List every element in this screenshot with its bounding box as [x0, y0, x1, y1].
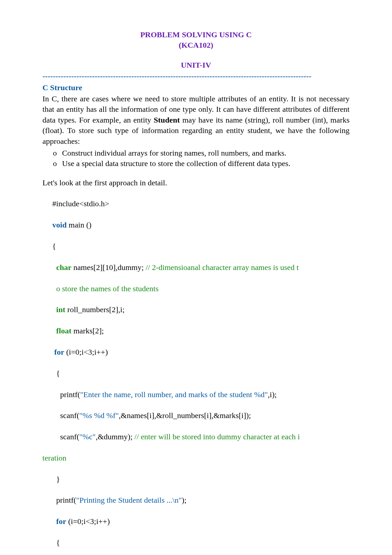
- code-line-main: void main (): [42, 220, 350, 230]
- intro-paragraph: In C, there are cases where we need to s…: [42, 93, 350, 146]
- approach-item-1: Construct individual arrays for storing …: [62, 148, 350, 158]
- code-line-include: #include<stdio.h>: [42, 198, 350, 209]
- code-scanf1-b: ,&names[i],&roll_numbers[i],&marks[i]);: [119, 411, 251, 420]
- document-page: PROBLEM SOLVING USING C (KCA102) UNIT-IV…: [0, 0, 392, 555]
- code-line-int: int roll_numbers[2],i;: [42, 304, 350, 315]
- code-cmt-2a: // enter will be stored into dummy chara…: [135, 432, 300, 441]
- code-for1-rest: (i=0;i<3;i++): [64, 348, 108, 356]
- code-printf2-b: );: [182, 496, 187, 504]
- code-cmt-1b: o store the names of the students: [42, 283, 350, 294]
- code-block: #include<stdio.h> void main () { char na…: [42, 188, 350, 555]
- code-printf1-str: "Enter the name, roll number, and marks …: [80, 390, 268, 399]
- kw-int: int: [56, 305, 65, 314]
- code-printf2-str: "Printing the Student details ...\n": [76, 496, 182, 504]
- code-line-brace-open: {: [42, 241, 350, 251]
- kw-for-2: for: [56, 517, 66, 526]
- approach-item-2: Use a special data structure to store th…: [62, 158, 350, 169]
- section-heading: C Structure: [42, 82, 350, 93]
- code-scanf1-a: scanf(: [60, 411, 79, 420]
- code-line-for2: for (i=0;i<3;i++): [42, 516, 350, 527]
- code-scanf2-str: "%c": [79, 432, 96, 441]
- kw-float: float: [56, 327, 72, 335]
- divider-line: ----------------------------------------…: [42, 71, 350, 81]
- kw-void: void: [52, 221, 67, 229]
- code-int-rest: roll_numbers[2],i;: [65, 305, 124, 314]
- code-main-rest: main (): [67, 221, 91, 229]
- code-printf1-b: ,i);: [268, 390, 277, 399]
- code-line-brace-open2: {: [42, 368, 350, 378]
- code-printf2-a: printf(: [56, 496, 76, 504]
- lead-in-text: Let's look at the first approach in deta…: [42, 177, 350, 188]
- code-line-scanf2: scanf("%c",&dummy); // enter will be sto…: [42, 431, 350, 442]
- code-char-rest: names[2][10],dummy;: [72, 263, 146, 272]
- course-code: (KCA102): [42, 40, 350, 50]
- kw-for-1: for: [54, 348, 64, 356]
- code-line-printf1: printf("Enter the name, roll number, and…: [42, 389, 350, 400]
- code-float-rest: marks[2];: [72, 327, 104, 335]
- code-line-for1: for (i=0;i<3;i++): [42, 347, 350, 357]
- code-for2-rest: (i=0;i<3;i++): [66, 517, 110, 526]
- code-cmt-2b: teration: [42, 453, 350, 463]
- approaches-list: Construct individual arrays for storing …: [42, 148, 350, 169]
- kw-char: char: [56, 263, 72, 272]
- intro-bold-student: Student: [154, 116, 180, 124]
- code-scanf2-a: scanf(: [60, 432, 79, 441]
- code-line-brace-open3: {: [42, 537, 350, 548]
- code-scanf1-str: "%s %d %f": [79, 411, 119, 420]
- code-printf1-a: printf(: [60, 390, 80, 399]
- code-line-char: char names[2][10],dummy; // 2-dimensioan…: [42, 262, 350, 273]
- doc-title: PROBLEM SOLVING USING C: [42, 29, 350, 40]
- code-line-printf2: printf("Printing the Student details ...…: [42, 495, 350, 505]
- code-cmt-1a: // 2-dimensioanal character array names …: [146, 263, 299, 272]
- code-line-scanf1: scanf("%s %d %f",&names[i],&roll_numbers…: [42, 410, 350, 421]
- code-line-float: float marks[2];: [42, 326, 350, 336]
- code-scanf2-b: ,&dummy);: [96, 432, 135, 441]
- code-line-brace-close2: }: [42, 474, 350, 484]
- unit-heading: UNIT-IV: [42, 60, 350, 70]
